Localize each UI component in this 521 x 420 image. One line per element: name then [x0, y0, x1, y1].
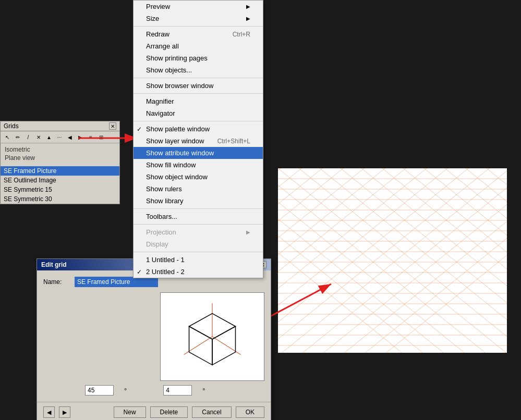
menu-label-projection: Projection [146, 228, 176, 236]
dialog-left-side [43, 292, 155, 381]
new-button[interactable]: New [114, 406, 146, 418]
toolbar-lines-btn[interactable]: ≡ [86, 132, 95, 142]
menu-label-show-library: Show library [146, 197, 184, 205]
grids-list-item-2[interactable]: SE Symmetric 15 [1, 185, 119, 194]
grids-list: SE Framed Picture SE Outlined Image SE S… [1, 166, 119, 204]
cancel-button[interactable]: Cancel [192, 406, 231, 418]
sep-3 [134, 93, 263, 94]
menu-item-size[interactable]: Size ▶ [134, 13, 263, 24]
menu-item-show-library[interactable]: Show library [134, 195, 263, 207]
menu-label-toolbars: Toolbars... [146, 213, 177, 220]
sep-1 [134, 26, 263, 27]
grids-list-item-1[interactable]: SE Outlined Image [1, 176, 119, 185]
menu-item-show-objects[interactable]: Show objects... [134, 64, 263, 76]
toolbar-slash-btn[interactable]: / [23, 132, 33, 142]
nav-next-button[interactable]: ▶ [59, 406, 70, 418]
check-palette: ✓ [137, 126, 142, 133]
sep-5 [134, 208, 263, 209]
menu-item-magnifier[interactable]: Magnifier [134, 95, 263, 107]
grids-panel-close-button[interactable]: ✕ [109, 122, 116, 130]
menu-label-arrange-all: Arrange all [146, 42, 179, 50]
menu-item-arrange-all[interactable]: Arrange all [134, 40, 263, 52]
menu-label-navigator: Navigator [146, 109, 175, 117]
menu-item-projection: Projection ▶ [134, 226, 263, 238]
menu-label-show-attribute-window: Show attribute window [146, 149, 214, 157]
menu-label-show-browser-window: Show browser window [146, 82, 213, 90]
cube-svg [161, 293, 264, 380]
dialog-name-input[interactable] [75, 277, 158, 287]
grids-panel: Grids ✕ ↖ ✏ / ✕ ▲ ··· ◀ ▶ ≡ ⊞ Isometric … [0, 121, 120, 204]
grids-subpanel-isometric: Isometric [3, 145, 117, 154]
menu-label-show-object-window: Show object window [146, 173, 208, 181]
toolbar-arrow-left-btn[interactable]: ◀ [65, 132, 75, 142]
menu-label-untitled-2: 2 Untitled - 2 [146, 268, 185, 276]
toolbar-pencil-btn[interactable]: ✏ [13, 132, 22, 142]
sep-4 [134, 121, 263, 121]
menu-item-display: Display [134, 238, 263, 250]
arrow-icon-projection: ▶ [246, 229, 250, 235]
menu-item-show-attribute-window[interactable]: Show attribute window [134, 147, 263, 159]
menu-label-redraw: Redraw [146, 30, 169, 38]
grids-panel-titlebar: Grids ✕ [1, 121, 119, 131]
menu-label-show-layer-window: Show layer window [146, 137, 204, 145]
sep-6 [134, 224, 263, 225]
drawing-area [276, 167, 508, 354]
grids-subpanel: Isometric Plane view [1, 143, 119, 164]
menu-label-show-printing-pages: Show printing pages [146, 54, 208, 62]
menu-item-navigator[interactable]: Navigator [134, 107, 263, 119]
menu-label-show-palette-window: Show palette window [146, 125, 210, 133]
grids-panel-title: Grids [4, 122, 19, 130]
shortcut-layer: Ctrl+Shift+L [217, 138, 250, 145]
nav-prev-button[interactable]: ◀ [43, 406, 55, 418]
toolbar-pointer-btn[interactable]: ↖ [3, 132, 12, 142]
toolbar-grid-btn[interactable]: ⊞ [96, 132, 106, 142]
menu-label-show-rulers: Show rulers [146, 185, 182, 193]
grids-list-item-0[interactable]: SE Framed Picture [1, 166, 119, 176]
menu-label-display: Display [146, 240, 168, 248]
delete-button[interactable]: Delete [150, 406, 188, 418]
menu-label-magnifier: Magnifier [146, 97, 174, 105]
menu-item-show-printing-pages[interactable]: Show printing pages [134, 52, 263, 64]
menu-item-show-fill-window[interactable]: Show fill window [134, 159, 263, 171]
toolbar-arrow-right-btn[interactable]: ▶ [76, 132, 85, 142]
grids-toolbar: ↖ ✏ / ✕ ▲ ··· ◀ ▶ ≡ ⊞ [1, 131, 119, 143]
menu-label-preview: Preview [146, 3, 170, 10]
dialog-name-label: Name: [43, 278, 75, 286]
arrow-icon-preview: ▶ [246, 4, 250, 9]
menu-label-show-objects: Show objects... [146, 66, 192, 74]
degree-symbol-1: ° [124, 387, 127, 394]
sep-2 [134, 78, 263, 78]
ok-button[interactable]: OK [236, 406, 264, 418]
edit-grid-dialog: Edit grid ✕ Name: [37, 258, 271, 420]
toolbar-dots-btn[interactable]: ··· [55, 132, 64, 142]
menu-item-show-rulers[interactable]: Show rulers [134, 183, 263, 195]
dialog-body: Name: [37, 270, 271, 402]
shortcut-redraw: Ctrl+R [233, 31, 250, 38]
menu-item-show-palette-window[interactable]: ✓ Show palette window [134, 123, 263, 135]
arrow-icon-size: ▶ [246, 16, 250, 21]
angle-input-1[interactable] [85, 385, 114, 396]
context-menu: Preview ▶ Size ▶ Redraw Ctrl+R Arrange a… [133, 0, 263, 278]
menu-label-show-fill-window: Show fill window [146, 161, 196, 169]
menu-item-untitled-1[interactable]: 1 Untitled - 1 [134, 254, 263, 266]
menu-item-show-layer-window[interactable]: Show layer window Ctrl+Shift+L [134, 135, 263, 147]
toolbar-anchor-btn[interactable]: ▲ [44, 132, 54, 142]
menu-item-show-object-window[interactable]: Show object window [134, 171, 263, 183]
dialog-content-row [43, 292, 264, 381]
menu-item-preview[interactable]: Preview ▶ [134, 1, 263, 13]
dialog-buttons-row: ◀ ▶ New Delete Cancel OK [37, 402, 271, 420]
toolbar-cross-btn[interactable]: ✕ [34, 132, 43, 142]
dialog-cube-preview [160, 292, 264, 381]
degree-symbol-2: ° [202, 387, 205, 394]
menu-item-untitled-2[interactable]: ✓ 2 Untitled - 2 [134, 266, 263, 278]
dialog-name-row: Name: [43, 277, 264, 287]
menu-item-toolbars[interactable]: Toolbars... [134, 211, 263, 223]
menu-label-size: Size [146, 15, 159, 22]
grids-list-item-3[interactable]: SE Symmetric 30 [1, 194, 119, 204]
sep-7 [134, 252, 263, 252]
check-untitled-2: ✓ [137, 268, 142, 276]
menu-item-show-browser-window[interactable]: Show browser window [134, 80, 263, 92]
menu-label-untitled-1: 1 Untitled - 1 [146, 256, 185, 264]
angle-input-2[interactable] [163, 385, 192, 396]
menu-item-redraw[interactable]: Redraw Ctrl+R [134, 28, 263, 40]
